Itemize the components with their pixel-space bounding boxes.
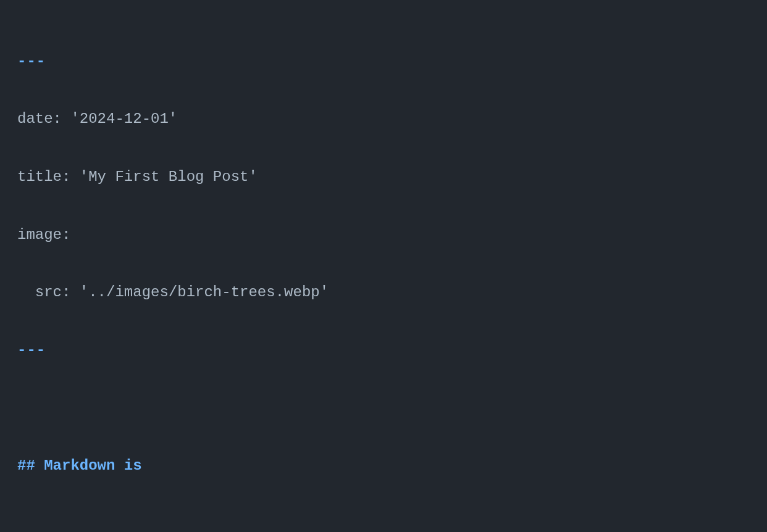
blank-line [17, 510, 750, 532]
frontmatter-close: --- [17, 336, 750, 365]
frontmatter-line: src: '../images/birch-trees.webp' [17, 278, 750, 307]
markdown-heading-h2: ## Markdown is [17, 457, 142, 474]
yaml-date: date: '2024-12-01' [17, 110, 177, 127]
yaml-image-key: image: [17, 227, 70, 243]
code-block: --- date: '2024-12-01' title: 'My First … [17, 19, 750, 532]
heading-line: ## Markdown is [17, 452, 750, 481]
frontmatter-delimiter: --- [17, 53, 46, 70]
frontmatter-delimiter: --- [17, 342, 46, 359]
blank-line [17, 394, 750, 423]
yaml-image-src: src: '../images/birch-trees.webp' [17, 284, 329, 301]
frontmatter-line: date: '2024-12-01' [17, 105, 750, 134]
frontmatter-line: title: 'My First Blog Post' [17, 163, 750, 192]
yaml-title: title: 'My First Blog Post' [17, 168, 258, 185]
frontmatter-line: image: [17, 221, 750, 250]
frontmatter-open: --- [17, 48, 750, 77]
